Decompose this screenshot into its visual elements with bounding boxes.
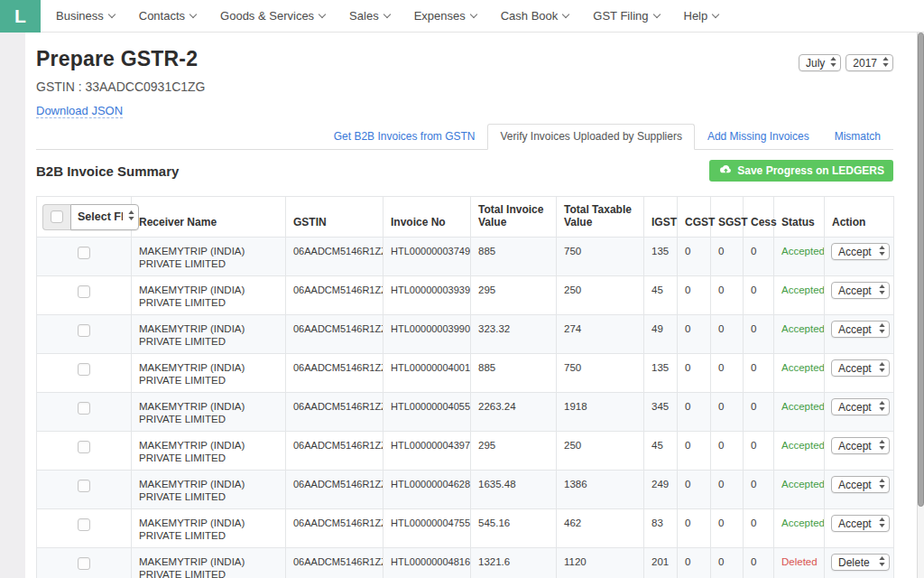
row-checkbox[interactable]	[78, 285, 90, 298]
receiver-name-cell: MAKEMYTRIP (INDIA) PRIVATE LIMITED	[132, 238, 286, 276]
cgst-cell-text: 0	[685, 517, 690, 528]
action-select[interactable]: Accept	[831, 359, 890, 377]
title-block: Prepare GSTR-2 GSTIN : 33AADCC0931C1ZG D…	[36, 47, 206, 118]
action-select[interactable]: Accept	[831, 515, 890, 532]
receiver-name-cell: MAKEMYTRIP (INDIA) PRIVATE LIMITED	[132, 548, 286, 578]
total-taxable-value-cell: 750	[557, 238, 644, 276]
column-header-sgst: SGST	[711, 197, 744, 238]
row-checkbox-cell	[37, 276, 132, 315]
total-taxable-value-cell-text: 274	[564, 323, 581, 334]
invoice-no-cell-text: HTL0000000481607	[391, 556, 471, 567]
igst-cell-text: 83	[651, 517, 663, 528]
download-json-link[interactable]: Download JSON	[36, 104, 123, 118]
total-taxable-value-cell: 750	[557, 354, 644, 393]
row-checkbox[interactable]	[78, 402, 90, 415]
row-checkbox[interactable]	[78, 363, 90, 376]
chevron-down-icon	[319, 10, 326, 17]
cgst-cell: 0	[678, 548, 711, 578]
status-cell: Accepted	[774, 354, 825, 393]
gstin-cell-text: 06AADCM5146R1ZZ	[293, 323, 383, 334]
invoice-no-cell: HTL0000000400114	[383, 354, 471, 393]
gstin-cell-text: 06AADCM5146R1ZZ	[293, 362, 383, 373]
scrollbar-thumb[interactable]	[918, 33, 924, 507]
row-checkbox[interactable]	[78, 557, 90, 570]
action-cell: Accept	[825, 276, 894, 315]
chevron-down-icon	[189, 10, 197, 17]
status-cell: Deleted	[774, 548, 825, 578]
total-taxable-value-cell: 274	[557, 315, 644, 354]
nav-item-business[interactable]: Business	[56, 9, 115, 23]
column-header-action: Action	[825, 197, 894, 238]
igst-cell: 135	[644, 354, 678, 393]
column-header-igst: IGST	[644, 197, 678, 238]
row-checkbox[interactable]	[78, 324, 90, 337]
action-select[interactable]: Accept	[831, 476, 890, 493]
action-select[interactable]: Accept	[831, 243, 890, 260]
cgst-cell: 0	[678, 432, 711, 471]
status-cell: Accepted	[774, 315, 825, 354]
action-select[interactable]: Accept	[831, 437, 890, 454]
action-select[interactable]: Accept	[831, 398, 890, 415]
invoice-no-cell: HTL0000000393991	[383, 276, 471, 315]
nav-item-contacts[interactable]: Contacts	[139, 9, 196, 23]
tab-add-missing-invoices[interactable]: Add Missing Invoices	[695, 124, 822, 150]
igst-cell: 45	[644, 432, 678, 471]
gstin-cell-text: 06AADCM5146R1ZZ	[293, 556, 383, 567]
tab-verify-invoices-uploaded-by-suppliers[interactable]: Verify Invoices Uploaded by Suppliers	[487, 124, 694, 150]
igst-cell: 49	[644, 315, 678, 354]
tab-mismatch[interactable]: Mismatch	[822, 124, 893, 150]
total-invoice-value-cell-text: 885	[478, 246, 495, 256]
gstin-cell-text: 06AADCM5146R1ZZ	[293, 479, 383, 489]
save-progress-button[interactable]: Save Progress on LEDGERS	[709, 160, 893, 182]
section-heading: B2B Invoice Summary	[36, 163, 179, 179]
receiver-name-cell-text: MAKEMYTRIP (INDIA) PRIVATE LIMITED	[139, 246, 245, 269]
nav-item-gst-filing[interactable]: GST Filing	[593, 9, 659, 23]
row-checkbox[interactable]	[78, 480, 90, 492]
nav-item-sales[interactable]: Sales	[349, 9, 390, 23]
total-taxable-value-cell: 250	[557, 432, 644, 471]
stepper-icon	[879, 362, 885, 375]
sgst-cell: 0	[711, 548, 744, 578]
stepper-icon	[879, 556, 885, 569]
chevron-down-icon	[712, 10, 719, 17]
nav-item-cash-book[interactable]: Cash Book	[501, 9, 569, 23]
row-checkbox[interactable]	[78, 441, 90, 453]
action-select[interactable]: Delete	[831, 554, 890, 571]
invoice-no-cell-text: HTL0000000399063	[391, 323, 471, 334]
tab-get-b2b-invoices-from-gstn[interactable]: Get B2B Invoices from GSTN	[321, 124, 488, 150]
nav-item-goods-services[interactable]: Goods & Services	[220, 9, 325, 23]
row-checkbox[interactable]	[78, 518, 90, 531]
action-select[interactable]: Accept	[831, 321, 890, 338]
nav-item-help[interactable]: Help	[684, 9, 719, 23]
sgst-cell: 0	[711, 432, 744, 471]
action-select[interactable]: Accept	[831, 282, 890, 299]
month-select[interactable]: July	[799, 54, 841, 71]
status-cell: Accepted	[774, 509, 825, 548]
sgst-cell: 0	[711, 393, 744, 432]
action-select-value: Accept	[838, 323, 872, 336]
status-cell-text: Accepted	[781, 517, 825, 528]
status-cell: Accepted	[774, 471, 825, 509]
select-filter-dropdown[interactable]: Select Fl.	[70, 204, 139, 230]
year-select[interactable]: 2017	[845, 54, 893, 71]
table-row: MAKEMYTRIP (INDIA) PRIVATE LIMITED06AADC…	[37, 238, 894, 276]
cess-cell-text: 0	[751, 362, 756, 373]
column-header-total-taxable-value: Total Taxable Value	[557, 197, 644, 238]
total-invoice-value-cell-text: 2263.24	[478, 401, 516, 412]
select-all-checkbox[interactable]	[51, 210, 63, 223]
total-taxable-value-cell-text: 250	[564, 284, 581, 295]
gstin-label: GSTIN : 33AADCC0931C1ZG	[36, 79, 206, 94]
gstin-cell: 06AADCM5146R1ZZ	[286, 548, 383, 578]
receiver-name-cell: MAKEMYTRIP (INDIA) PRIVATE LIMITED	[132, 393, 286, 432]
ledgers-logo[interactable]: L	[0, 0, 41, 33]
total-invoice-value-cell: 885	[471, 354, 557, 393]
cess-cell: 0	[744, 238, 774, 276]
nav-item-expenses[interactable]: Expenses	[414, 9, 476, 23]
total-taxable-value-cell: 1386	[557, 471, 644, 509]
gstin-cell-text: 06AADCM5146R1ZZ	[293, 284, 383, 295]
total-taxable-value-cell-text: 1386	[564, 479, 587, 489]
igst-cell: 201	[644, 548, 678, 578]
action-select-value: Accept	[838, 440, 872, 452]
receiver-name-cell: MAKEMYTRIP (INDIA) PRIVATE LIMITED	[132, 471, 286, 509]
row-checkbox[interactable]	[78, 247, 90, 259]
